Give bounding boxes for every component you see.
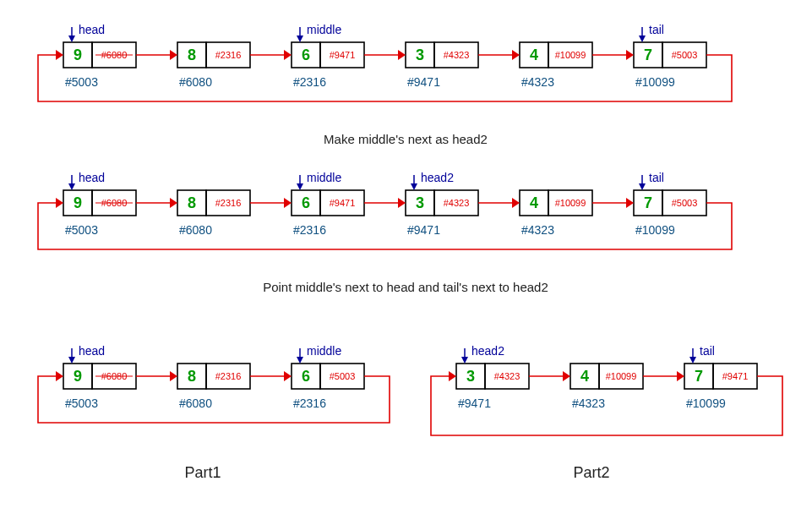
row1-node-2-addr: #2316 xyxy=(293,75,326,89)
row2-node-0-addr: #5003 xyxy=(65,223,98,237)
row2-head2-label: head2 xyxy=(421,171,454,184)
svg-marker-37 xyxy=(563,371,570,381)
svg-marker-12 xyxy=(297,36,303,42)
caption-1: Make middle's next as head2 xyxy=(324,132,488,146)
part2-node-0-next: #4323 xyxy=(494,371,520,381)
part2-node-0-addr: #9471 xyxy=(458,396,491,410)
part1-head-label: head xyxy=(79,344,105,358)
row2-node-5-value: 7 xyxy=(644,194,652,211)
row2-node-2-addr: #2316 xyxy=(293,223,326,237)
svg-marker-32 xyxy=(284,371,292,381)
row2-tail-label: tail xyxy=(649,171,664,184)
part1-node-2-next: #5003 xyxy=(330,371,356,381)
svg-marker-23 xyxy=(626,198,634,208)
row2-node-3-value: 3 xyxy=(416,194,424,211)
svg-marker-11 xyxy=(68,36,75,42)
part1-node-0-addr: #5003 xyxy=(65,396,98,410)
svg-marker-15 xyxy=(170,198,177,208)
svg-marker-33 xyxy=(56,371,63,381)
svg-marker-30 xyxy=(170,371,177,381)
row2-node-2-value: 6 xyxy=(302,194,310,211)
row1-node-1-value: 8 xyxy=(188,46,196,63)
row2-node-5-addr: #10099 xyxy=(635,223,675,237)
svg-marker-28 xyxy=(639,183,646,190)
row1-node-2-value: 6 xyxy=(302,46,310,63)
row1-node-4-next: #10099 xyxy=(555,50,586,60)
row1-node-5-addr: #10099 xyxy=(635,75,675,89)
svg-marker-13 xyxy=(639,36,646,42)
svg-marker-17 xyxy=(284,198,292,208)
row1-tail-label: tail xyxy=(649,23,664,36)
svg-marker-26 xyxy=(297,183,303,190)
svg-marker-7 xyxy=(512,50,520,60)
part1-node-2-value: 6 xyxy=(302,368,310,385)
svg-marker-1 xyxy=(170,50,177,60)
part1-label: Part1 xyxy=(184,464,221,481)
part2-node-0-value: 3 xyxy=(466,368,475,385)
svg-marker-35 xyxy=(297,357,303,364)
row2-node-3-addr: #9471 xyxy=(407,223,440,237)
part1-node-1-value: 8 xyxy=(188,368,196,385)
row2-node-1-next: #2316 xyxy=(215,198,242,208)
row1-head-label: head xyxy=(79,23,105,36)
row1-node-0-addr: #5003 xyxy=(65,75,98,89)
part1-node-1-next: #2316 xyxy=(215,371,242,381)
svg-marker-21 xyxy=(512,198,520,208)
svg-marker-42 xyxy=(689,357,696,364)
row2-node-5-next: #5003 xyxy=(672,198,698,208)
svg-marker-24 xyxy=(56,198,63,208)
row2-head-label: head xyxy=(79,171,105,184)
row2-node-4-addr: #4323 xyxy=(521,223,554,237)
row1-node-5-value: 7 xyxy=(644,46,652,63)
row2-node-3-next: #4323 xyxy=(444,198,470,208)
svg-marker-9 xyxy=(626,50,634,60)
part2-node-2-next: #9471 xyxy=(722,371,749,381)
row2-middle-label: middle xyxy=(307,171,341,184)
part2-head2-label: head2 xyxy=(471,344,504,358)
svg-marker-27 xyxy=(411,183,417,190)
row1-node-4-value: 4 xyxy=(530,46,538,63)
caption-2: Point middle's next to head and tail's n… xyxy=(263,280,548,294)
part1-node-2-addr: #2316 xyxy=(293,396,326,410)
row1-node-1-next: #2316 xyxy=(215,50,242,60)
row2-node-4-value: 4 xyxy=(530,194,538,211)
part1-middle-label: middle xyxy=(307,344,341,358)
svg-marker-3 xyxy=(284,50,292,60)
part1-node-0-value: 9 xyxy=(74,368,82,385)
part2-node-1-addr: #4323 xyxy=(572,396,605,410)
part2-label: Part2 xyxy=(573,464,609,481)
row1-node-5-next: #5003 xyxy=(672,50,698,60)
row1-node-3-next: #4323 xyxy=(444,50,470,60)
row1-node-4-addr: #4323 xyxy=(521,75,554,89)
row2-node-0-value: 9 xyxy=(74,194,82,211)
svg-marker-10 xyxy=(56,50,63,60)
row2-node-2-next: #9471 xyxy=(330,198,356,208)
row2-node-4-next: #10099 xyxy=(555,198,586,208)
part1-node-1-addr: #6080 xyxy=(179,396,212,410)
part2-node-1-next: #10099 xyxy=(606,371,637,381)
svg-marker-25 xyxy=(68,183,75,190)
row2-node-1-value: 8 xyxy=(188,194,196,211)
svg-marker-40 xyxy=(449,371,456,381)
part2-tail-label: tail xyxy=(700,344,715,358)
row2-node-1-addr: #6080 xyxy=(179,223,212,237)
row1-node-1-addr: #6080 xyxy=(179,75,212,89)
svg-marker-19 xyxy=(398,198,406,208)
part2-node-1-value: 4 xyxy=(580,368,589,385)
svg-marker-5 xyxy=(398,50,406,60)
row1-node-2-next: #9471 xyxy=(330,50,356,60)
part2-node-2-value: 7 xyxy=(695,368,703,385)
row1-middle-label: middle xyxy=(307,23,341,36)
part2-node-2-addr: #10099 xyxy=(686,396,726,410)
svg-marker-34 xyxy=(68,357,75,364)
svg-marker-39 xyxy=(677,371,684,381)
row1-node-3-value: 3 xyxy=(416,46,424,63)
row1-node-0-value: 9 xyxy=(74,46,82,63)
svg-marker-41 xyxy=(461,357,468,364)
row1-node-3-addr: #9471 xyxy=(407,75,440,89)
